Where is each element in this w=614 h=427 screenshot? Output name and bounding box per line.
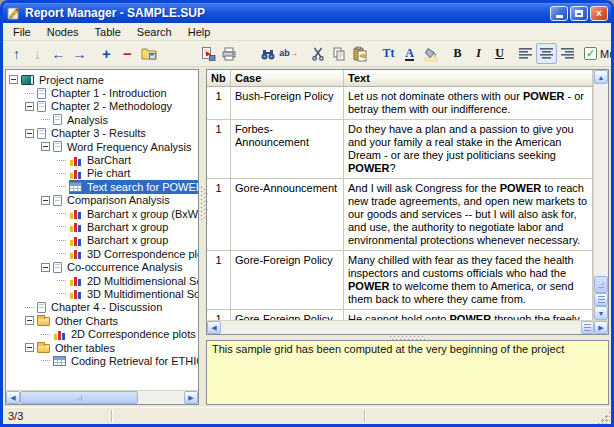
resize-grip[interactable]: [597, 411, 610, 424]
align-left-button[interactable]: [515, 43, 536, 64]
tree-item[interactable]: Chapter 3 - Results: [6, 127, 198, 140]
comment-panel[interactable]: This sample grid has been computed at th…: [206, 340, 609, 405]
grid-options-button[interactable]: [594, 293, 608, 306]
tree-item[interactable]: Text search for POWER: [6, 180, 198, 193]
tree-item[interactable]: Pie chart: [6, 167, 198, 180]
tree-item[interactable]: Analysis: [6, 113, 198, 126]
grid-cell-case[interactable]: Forbes-Announcement: [231, 120, 344, 178]
cut-button[interactable]: [307, 43, 328, 64]
paste-button[interactable]: [349, 43, 370, 64]
grid-hscroll-track[interactable]: [221, 321, 581, 334]
tree-item[interactable]: Coding Retrieval for ETHIC RELATIC: [6, 354, 198, 367]
underline-button[interactable]: U: [489, 43, 510, 64]
menu-nodes[interactable]: Nodes: [39, 24, 87, 40]
tree-item[interactable]: Barchart x group: [6, 220, 198, 233]
maximize-button[interactable]: [570, 6, 588, 21]
copy-button[interactable]: [328, 43, 349, 64]
tree-item[interactable]: Co-occurrence Analysis: [6, 260, 198, 273]
font-color-button[interactable]: A: [399, 43, 420, 64]
vertical-splitter[interactable]: [199, 69, 206, 405]
tree-expand-minus-icon[interactable]: [9, 75, 18, 84]
grid-cell-nb[interactable]: 1: [207, 251, 231, 309]
highlight-button[interactable]: [420, 43, 441, 64]
tree-item[interactable]: Project name: [6, 73, 198, 86]
scroll-right-button[interactable]: ▶: [594, 321, 608, 334]
tree-hscroll-track[interactable]: [20, 391, 184, 404]
column-header-text[interactable]: Text: [344, 70, 593, 86]
tree-expand-minus-icon[interactable]: [25, 343, 34, 352]
tree-item[interactable]: Chapter 2 - Methodology: [6, 100, 198, 113]
grid-cell-text[interactable]: And I will ask Congress for the POWER to…: [344, 179, 593, 250]
menu-search[interactable]: Search: [129, 24, 180, 40]
add-node-button[interactable]: +: [96, 43, 117, 64]
menu-file[interactable]: File: [5, 24, 39, 40]
tree-item[interactable]: Comparison Analysis: [6, 194, 198, 207]
grid-cell-nb[interactable]: 1: [207, 179, 231, 250]
tree-item[interactable]: 3D Multidimentional Scaling: [6, 287, 198, 300]
tree-item[interactable]: Other tables: [6, 341, 198, 354]
print-button[interactable]: [218, 43, 239, 64]
italic-button[interactable]: I: [468, 43, 489, 64]
align-right-button[interactable]: [557, 43, 578, 64]
move-down-button[interactable]: ↓: [27, 43, 48, 64]
grid-cell-case[interactable]: Gore-Announcement: [231, 179, 344, 250]
grid-cell-text[interactable]: He cannot hold onto POWER through the fr…: [344, 310, 593, 320]
folder-icon: [37, 317, 50, 326]
column-header-nb[interactable]: Nb: [207, 70, 231, 86]
tree-expand-minus-icon[interactable]: [41, 263, 50, 272]
align-center-button[interactable]: [536, 43, 557, 64]
tree-item[interactable]: 2D Multidimensional Scaling: [6, 274, 198, 287]
tree-expand-minus-icon[interactable]: [25, 316, 34, 325]
minimize-button[interactable]: [550, 6, 568, 21]
remove-node-button[interactable]: −: [117, 43, 138, 64]
tree-item[interactable]: 3D Correspondence plots: [6, 247, 198, 260]
tree-item[interactable]: BarChart: [6, 153, 198, 166]
grid-options-button[interactable]: [581, 321, 594, 334]
menu-table[interactable]: Table: [87, 24, 129, 40]
scroll-right-button[interactable]: ▶: [184, 391, 198, 404]
multilines-checkbox[interactable]: ✓: [584, 47, 597, 60]
scroll-left-button[interactable]: ◀: [6, 391, 20, 404]
tree-item[interactable]: Chapter 4 - Discussion: [6, 301, 198, 314]
font-button[interactable]: Tt: [378, 43, 399, 64]
grid-vscroll-thumb[interactable]: [594, 276, 608, 293]
scroll-up-button[interactable]: ▲: [594, 70, 608, 84]
grid-cell-text[interactable]: Let us not dominate others with our POWE…: [344, 87, 593, 119]
tree-expand-minus-icon[interactable]: [25, 102, 34, 111]
grid-cell-case[interactable]: Bush-Foreign Policy: [231, 87, 344, 119]
find-button[interactable]: [257, 43, 278, 64]
grid-cell-case[interactable]: Gore-Foreign Policy: [231, 251, 344, 309]
column-header-case[interactable]: Case: [231, 70, 344, 86]
tree-expand-minus-icon[interactable]: [41, 142, 50, 151]
move-left-button[interactable]: ←: [48, 43, 69, 64]
tree-item[interactable]: Barchart x group: [6, 234, 198, 247]
text-segment: POWER: [348, 280, 390, 292]
move-right-button[interactable]: →: [69, 43, 90, 64]
tree-hscroll-thumb[interactable]: [20, 391, 138, 404]
grid-cell-text[interactable]: Do they have a plan and a passion to giv…: [344, 120, 593, 178]
grid-vertical-scrollbar: ▲ ▼: [593, 70, 608, 320]
grid-cell-nb[interactable]: 1: [207, 87, 231, 119]
scroll-left-button[interactable]: ◀: [207, 321, 221, 334]
grid-cell-nb[interactable]: 1: [207, 120, 231, 178]
export-button[interactable]: [197, 43, 218, 64]
tree-item[interactable]: Word Frequency Analysis: [6, 140, 198, 153]
tree-expand-minus-icon[interactable]: [25, 129, 34, 138]
replace-button[interactable]: ab→: [278, 43, 299, 64]
grid-vscroll-track[interactable]: [594, 84, 608, 293]
tree-item[interactable]: Other Charts: [6, 314, 198, 327]
tree-item[interactable]: Barchart x group (BxW): [6, 207, 198, 220]
grid-cell-case[interactable]: Gore-Foreign Policy: [231, 310, 344, 320]
save-project-button[interactable]: [138, 43, 159, 64]
bold-button[interactable]: B: [447, 43, 468, 64]
menu-help[interactable]: Help: [180, 24, 219, 40]
move-up-button[interactable]: ↑: [6, 43, 27, 64]
grid-cell-nb[interactable]: 1: [207, 310, 231, 320]
tree-item[interactable]: 2D Correspondence plots: [6, 327, 198, 340]
font-icon: Tt: [383, 46, 395, 61]
tree-expand-minus-icon[interactable]: [41, 196, 50, 205]
close-button[interactable]: ×: [590, 6, 608, 21]
grid-cell-text[interactable]: Many chilled with fear as they faced the…: [344, 251, 593, 309]
scroll-down-button[interactable]: ▼: [594, 306, 608, 320]
tree-item[interactable]: Chapter 1 - Introduction: [6, 86, 198, 99]
